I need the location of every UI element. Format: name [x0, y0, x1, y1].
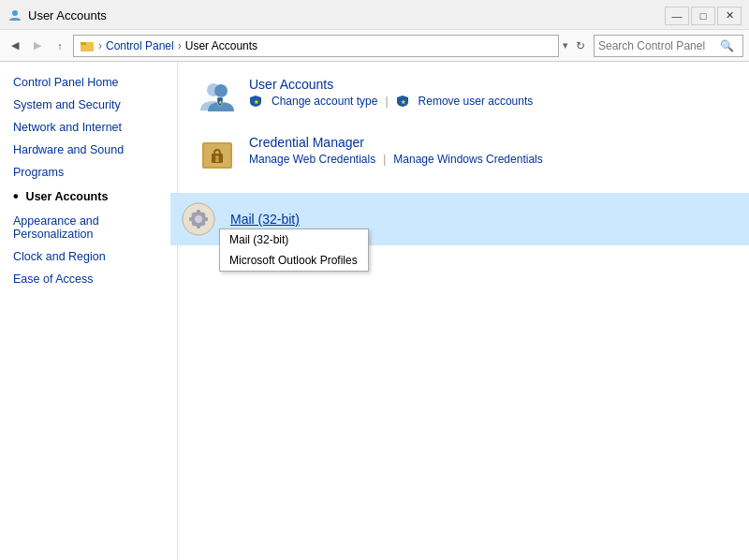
breadcrumb-current: User Accounts: [185, 39, 257, 52]
dropdown-button[interactable]: ▾: [563, 39, 568, 52]
search-input[interactable]: [598, 39, 720, 52]
mail-section-wrapper: Mail (32-bit) Mail (32-bit) Microsoft Ou…: [178, 193, 749, 245]
refresh-button[interactable]: ↻: [571, 37, 590, 55]
mail-title[interactable]: Mail (32-bit): [230, 212, 300, 227]
mail-32bit-tooltip-item[interactable]: Mail (32-bit): [220, 229, 368, 250]
sidebar-item-system-security[interactable]: System and Security: [0, 94, 177, 116]
user-accounts-icon-container: ★: [197, 77, 238, 118]
close-button[interactable]: ✕: [717, 7, 742, 25]
change-account-type-shield: ★: [249, 95, 264, 108]
sidebar-item-appearance[interactable]: Appearance and Personalization: [0, 210, 177, 245]
svg-point-11: [215, 155, 219, 159]
user-accounts-section-content: User Accounts ★ Change account type | ★: [249, 77, 730, 108]
breadcrumb-gt2: ›: [178, 39, 182, 52]
sidebar-item-clock-region[interactable]: Clock and Region: [0, 245, 177, 268]
link-separator-2: |: [383, 153, 386, 166]
sidebar-item-network-internet[interactable]: Network and Internet: [0, 116, 177, 139]
svg-rect-19: [204, 217, 208, 221]
svg-point-0: [12, 10, 18, 16]
up-button[interactable]: ↑: [51, 37, 69, 55]
content-area: ★ User Accounts ★ Change account type |: [178, 62, 749, 560]
svg-rect-12: [215, 159, 219, 162]
manage-web-credentials-link[interactable]: Manage Web Credentials: [249, 153, 375, 166]
sidebar-item-control-panel-home[interactable]: Control Panel Home: [0, 71, 177, 94]
main-container: Control Panel Home System and Security N…: [0, 62, 749, 560]
remove-accounts-shield: ★: [396, 95, 411, 108]
mail-tooltip-dropdown: Mail (32-bit) Microsoft Outlook Profiles: [219, 228, 369, 272]
sidebar-item-hardware-sound[interactable]: Hardware and Sound: [0, 139, 177, 161]
path-icon: [80, 38, 95, 53]
shield-icon-2: ★: [396, 95, 409, 108]
credential-manager-section-content: Credential Manager Manage Web Credential…: [249, 135, 730, 166]
address-bar: ◀ ▶ ↑ › Control Panel › User Accounts ▾ …: [0, 30, 749, 62]
svg-rect-18: [189, 217, 193, 221]
back-button[interactable]: ◀: [6, 37, 24, 55]
outlook-profiles-tooltip-item[interactable]: Microsoft Outlook Profiles: [220, 250, 368, 271]
sidebar-item-ease-access[interactable]: Ease of Access: [0, 268, 177, 290]
search-icon: 🔍: [720, 39, 734, 52]
breadcrumb-control-panel[interactable]: Control Panel: [106, 39, 174, 52]
mail-icon-container: [178, 199, 219, 240]
remove-user-accounts-link[interactable]: Remove user accounts: [419, 95, 534, 108]
address-right: ▾ ↻: [563, 37, 590, 55]
credential-manager-icon-container: [197, 135, 238, 176]
mail-icon: [181, 201, 216, 237]
shield-icon-1: ★: [249, 95, 262, 108]
svg-point-15: [195, 215, 202, 223]
svg-rect-2: [81, 42, 86, 45]
svg-point-4: [214, 84, 228, 97]
svg-rect-17: [197, 225, 200, 228]
minimize-button[interactable]: —: [665, 7, 689, 25]
window-title: User Accounts: [28, 8, 107, 22]
user-accounts-section: ★ User Accounts ★ Change account type |: [197, 77, 730, 118]
svg-rect-16: [197, 210, 200, 214]
breadcrumb-gt1: ›: [98, 39, 102, 52]
change-account-type-link[interactable]: Change account type: [272, 95, 377, 108]
title-bar-left: User Accounts: [7, 8, 107, 23]
credential-manager-section: Credential Manager Manage Web Credential…: [197, 135, 730, 176]
forward-button[interactable]: ▶: [28, 37, 47, 55]
user-accounts-title[interactable]: User Accounts: [249, 77, 333, 92]
user-accounts-links: ★ Change account type | ★ Remove user ac…: [249, 95, 730, 108]
title-bar: User Accounts — □ ✕: [0, 0, 749, 30]
address-path: › Control Panel › User Accounts: [73, 35, 559, 57]
search-box: 🔍: [594, 35, 743, 57]
sidebar: Control Panel Home System and Security N…: [0, 62, 178, 560]
link-separator-1: |: [385, 95, 388, 108]
title-bar-buttons: — □ ✕: [665, 7, 742, 25]
window-icon: [7, 8, 22, 23]
manage-windows-credentials-link[interactable]: Manage Windows Credentials: [393, 153, 542, 166]
user-accounts-section-icon: ★: [197, 77, 238, 118]
credential-manager-title[interactable]: Credential Manager: [249, 135, 364, 150]
credential-manager-links: Manage Web Credentials | Manage Windows …: [249, 153, 730, 166]
mail-row[interactable]: Mail (32-bit) Mail (32-bit) Microsoft Ou…: [170, 193, 749, 245]
sidebar-item-user-accounts: User Accounts: [0, 184, 177, 210]
credential-manager-icon: [198, 137, 236, 174]
sidebar-item-programs[interactable]: Programs: [0, 161, 177, 184]
maximize-button[interactable]: □: [691, 7, 715, 25]
